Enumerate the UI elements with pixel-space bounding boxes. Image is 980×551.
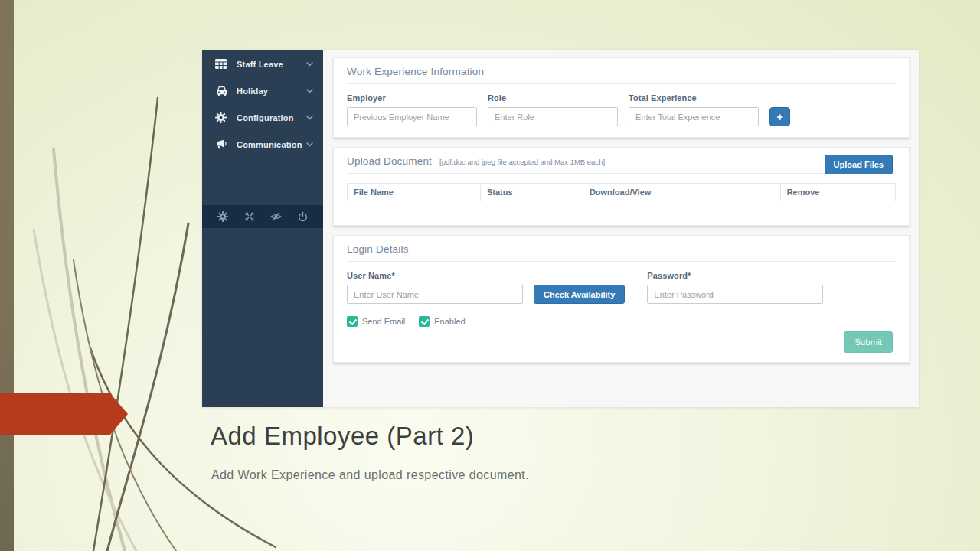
password-label: Password* — [647, 271, 823, 280]
checkbox-row: Send Email Enabled — [347, 316, 896, 327]
add-experience-button[interactable]: + — [769, 107, 790, 126]
send-email-label: Send Email — [362, 317, 405, 326]
sidebar-nav: Staff Leave Holiday — [202, 50, 323, 158]
column-header-download-view: Download/View — [583, 184, 780, 201]
sidebar-item-staff-leave[interactable]: Staff Leave — [202, 51, 323, 77]
checkbox-checked-icon — [347, 316, 358, 327]
password-field-group: Password* — [647, 271, 823, 304]
total-experience-label: Total Experience — [629, 93, 759, 103]
car-icon — [215, 86, 228, 96]
divider — [347, 261, 896, 262]
page-subtitle: Add Work Experience and upload respectiv… — [211, 468, 529, 482]
sidebar-item-communication[interactable]: Communication — [202, 131, 323, 158]
chevron-down-icon — [306, 89, 313, 93]
login-form-row: User Name* Check Availability Password* — [347, 271, 896, 304]
work-experience-card: Work Experience Information Employer Rol… — [333, 57, 910, 138]
enabled-label: Enabled — [434, 317, 465, 326]
send-email-checkbox[interactable]: Send Email — [347, 316, 405, 327]
card-title: Work Experience Information — [347, 66, 896, 77]
username-input[interactable] — [347, 285, 523, 304]
arrow-banner — [0, 393, 128, 435]
checkbox-checked-icon — [419, 316, 430, 327]
megaphone-icon — [215, 139, 228, 150]
fullscreen-icon[interactable] — [244, 211, 255, 222]
login-details-card: Login Details User Name* Check Availabil… — [333, 235, 910, 363]
divider — [347, 173, 896, 174]
sidebar-item-label: Communication — [237, 140, 306, 149]
work-experience-form-row: Employer Role Total Experience + — [347, 93, 896, 126]
chevron-down-icon — [306, 62, 313, 67]
slide: Staff Leave Holiday — [0, 0, 980, 551]
upload-header: Upload Document [pdf,doc and jpeg file a… — [347, 155, 896, 167]
upload-hint: [pdf,doc and jpeg file accepted and Max … — [439, 158, 605, 166]
role-input[interactable] — [488, 107, 618, 126]
employer-field-group: Employer — [347, 93, 477, 126]
employer-label: Employer — [347, 93, 477, 103]
submit-button[interactable]: Submit — [844, 331, 893, 353]
total-experience-input[interactable] — [629, 107, 759, 126]
role-label: Role — [488, 93, 618, 103]
left-accent-bar — [0, 0, 14, 551]
upload-files-button[interactable]: Upload Files — [825, 155, 893, 174]
table-icon — [215, 59, 228, 69]
sidebar-footer — [202, 205, 323, 228]
documents-table-header-row: File Name Status Download/View Remove — [348, 184, 896, 201]
total-experience-field-group: Total Experience — [629, 93, 759, 126]
username-label: User Name* — [347, 271, 523, 280]
sidebar-item-label: Configuration — [237, 113, 306, 122]
sidebar-item-configuration[interactable]: Configuration — [202, 104, 323, 131]
password-input[interactable] — [647, 285, 823, 304]
sidebar-item-holiday[interactable]: Holiday — [202, 77, 323, 104]
eye-slash-icon[interactable] — [270, 211, 282, 222]
column-header-file-name: File Name — [348, 184, 481, 201]
documents-table: File Name Status Download/View Remove — [347, 183, 896, 201]
check-availability-button[interactable]: Check Availability — [534, 285, 625, 304]
main-content: Work Experience Information Employer Rol… — [323, 50, 919, 407]
sidebar-item-label: Holiday — [237, 86, 306, 96]
sidebar-item-label: Staff Leave — [237, 60, 306, 69]
card-title: Upload Document — [347, 155, 432, 167]
enabled-checkbox[interactable]: Enabled — [419, 316, 465, 327]
gear-icon — [215, 112, 228, 123]
employer-input[interactable] — [347, 107, 477, 126]
divider — [347, 83, 896, 84]
chevron-down-icon — [306, 116, 313, 120]
upload-document-card: Upload Document [pdf,doc and jpeg file a… — [333, 147, 910, 226]
username-field-group: User Name* — [347, 271, 523, 304]
card-title: Login Details — [347, 243, 896, 255]
sidebar: Staff Leave Holiday — [202, 50, 323, 407]
role-field-group: Role — [488, 93, 618, 126]
gear-icon[interactable] — [217, 211, 228, 222]
column-header-status: Status — [480, 184, 583, 201]
page-title: Add Employee (Part 2) — [211, 422, 474, 451]
chevron-down-icon — [306, 142, 313, 147]
column-header-remove: Remove — [780, 184, 895, 201]
app-screenshot: Staff Leave Holiday — [202, 50, 919, 407]
power-icon[interactable] — [298, 211, 308, 222]
